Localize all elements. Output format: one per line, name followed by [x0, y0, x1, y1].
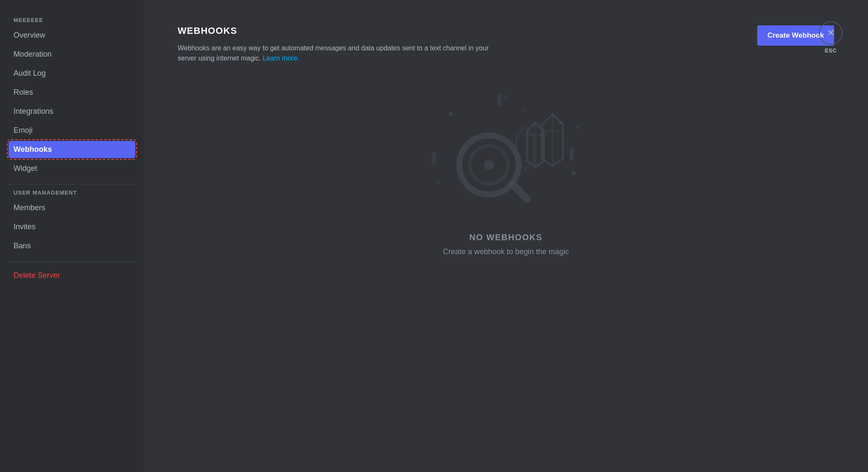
svg-rect-5	[497, 93, 502, 106]
sidebar-item-webhooks[interactable]: Webhooks	[8, 141, 135, 158]
sidebar-item-widget[interactable]: Widget	[8, 160, 135, 177]
svg-line-10	[512, 184, 527, 199]
sidebar-section-meeeeee: MEEEEEE	[8, 17, 135, 23]
close-button-container: ✕ ESC	[819, 21, 843, 54]
sidebar: MEEEEEE Overview Moderation Audit Log Ro…	[0, 0, 144, 472]
header-text-block: WEBHOOKS Webhooks are an easy way to get…	[178, 25, 495, 63]
esc-label: ESC	[825, 47, 837, 54]
svg-point-20	[522, 109, 524, 111]
sidebar-item-integrations[interactable]: Integrations	[8, 103, 135, 120]
page-title: WEBHOOKS	[178, 25, 495, 36]
sidebar-item-delete-server[interactable]: Delete Server	[8, 267, 135, 284]
svg-point-11	[484, 160, 494, 170]
empty-state-title: NO WEBHOOKS	[469, 233, 542, 242]
page-header: WEBHOOKS Webhooks are an easy way to get…	[178, 25, 834, 63]
main-content: WEBHOOKS Webhooks are an easy way to get…	[144, 0, 868, 472]
sidebar-divider-1	[8, 184, 135, 184]
sidebar-item-emoji[interactable]: Emoji	[8, 122, 135, 139]
sidebar-item-invites[interactable]: Invites	[8, 218, 135, 236]
svg-rect-6	[569, 148, 574, 161]
empty-state-subtitle: Create a webhook to begin the magic	[443, 247, 569, 256]
sidebar-divider-2	[8, 261, 135, 262]
svg-point-4	[503, 95, 508, 100]
sidebar-item-audit-log[interactable]: Audit Log	[8, 65, 135, 82]
svg-point-2	[571, 171, 576, 176]
close-icon: ✕	[827, 27, 835, 38]
svg-point-19	[576, 125, 580, 129]
svg-point-3	[437, 180, 440, 184]
sidebar-item-members[interactable]: Members	[8, 199, 135, 217]
sidebar-section-user-management: USER MANAGEMENT	[8, 189, 135, 196]
svg-point-0	[449, 112, 453, 116]
webhook-illustration	[426, 89, 586, 216]
page-description: Webhooks are an easy way to get automate…	[178, 43, 495, 63]
sidebar-item-moderation[interactable]: Moderation	[8, 46, 135, 63]
empty-state: NO WEBHOOKS Create a webhook to begin th…	[178, 89, 834, 256]
learn-more-link[interactable]: Learn more.	[263, 55, 299, 62]
svg-rect-7	[432, 152, 436, 165]
sidebar-item-bans[interactable]: Bans	[8, 237, 135, 255]
close-button[interactable]: ✕	[819, 21, 843, 45]
sidebar-item-roles[interactable]: Roles	[8, 84, 135, 101]
sidebar-item-overview[interactable]: Overview	[8, 27, 135, 44]
